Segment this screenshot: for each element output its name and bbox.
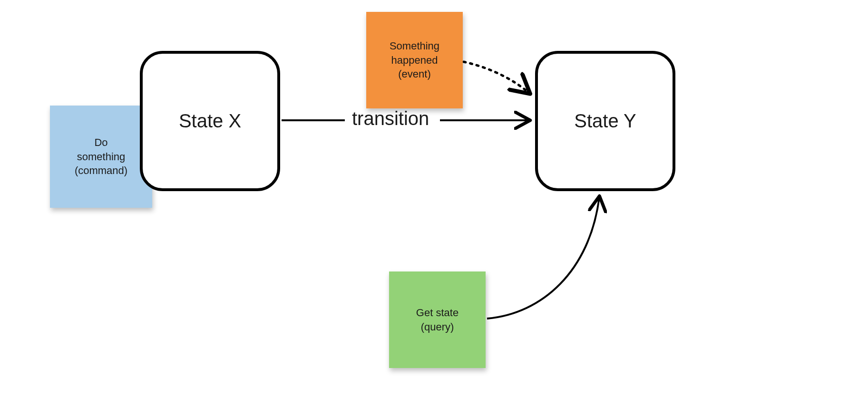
query-line-2: (query) xyxy=(421,321,454,333)
event-sticky: Something happened (event) xyxy=(366,12,463,108)
query-sticky: Get state (query) xyxy=(389,271,486,368)
command-line-3: (command) xyxy=(75,165,127,176)
state-y-box: State Y xyxy=(535,51,675,191)
query-line-1: Get state xyxy=(416,307,458,319)
event-arrow xyxy=(464,62,529,93)
state-x-label: State X xyxy=(179,110,241,132)
event-line-1: Something xyxy=(390,40,439,52)
event-line-2: happened xyxy=(391,54,438,66)
state-y-label: State Y xyxy=(574,110,636,132)
command-sticky: Do something (command) xyxy=(50,106,152,208)
query-arrow xyxy=(487,197,599,319)
state-x-box: State X xyxy=(140,51,280,191)
command-line-1: Do xyxy=(94,136,107,148)
transition-label: transition xyxy=(352,108,429,129)
event-line-3: (event) xyxy=(398,68,430,80)
command-line-2: something xyxy=(77,151,126,163)
